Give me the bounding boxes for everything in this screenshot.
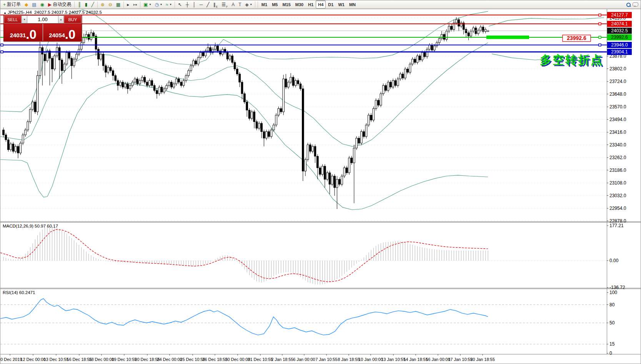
svg-text:100: 100 xyxy=(609,290,617,295)
sell-price-main: 24031 xyxy=(10,32,26,38)
text-label-icon: T xyxy=(238,2,241,7)
autotrade-button-label: 自动交易 xyxy=(53,1,71,8)
svg-text:26 Dec 18:55: 26 Dec 18:55 xyxy=(202,357,227,362)
autotrade-button[interactable]: ▶自动交易 xyxy=(46,0,73,8)
dropdown-arrow-icon[interactable]: ▾ xyxy=(160,3,162,6)
collapse-icon[interactable]: ▲ xyxy=(3,11,7,15)
new-chart-icon: ▣ xyxy=(143,2,148,7)
toolbar-separator xyxy=(255,2,255,8)
text-icon: A xyxy=(231,2,235,7)
vline-button[interactable]: │ xyxy=(191,0,198,8)
toolbar-separator xyxy=(175,2,175,8)
new-chart-button[interactable]: ▣▾ xyxy=(142,0,153,8)
buy-price-button[interactable]: 24054 .0 xyxy=(43,24,82,41)
svg-text:2 Jan 18:55: 2 Jan 18:55 xyxy=(271,357,293,362)
chart-shift-button[interactable]: ↦ xyxy=(131,0,139,8)
new-order-button[interactable]: +新订单 xyxy=(1,0,23,8)
auto-scroll-button[interactable]: ▸ xyxy=(125,0,131,8)
svg-text:8 Jan 18:55: 8 Jan 18:55 xyxy=(338,357,360,362)
volume-input[interactable]: 1.00 xyxy=(27,15,58,23)
line-handle[interactable] xyxy=(599,36,601,38)
signal-icon: ◉ xyxy=(40,2,44,7)
crosshair-button[interactable]: ┼ xyxy=(184,0,191,8)
autotrade-icon: ▶ xyxy=(48,2,52,7)
support-highlight-bar[interactable] xyxy=(486,36,529,39)
svg-text:23946.0: 23946.0 xyxy=(611,42,628,48)
svg-text:24032.5: 24032.5 xyxy=(611,28,628,33)
arrows-icon: ◈ xyxy=(245,2,249,7)
svg-text:80: 80 xyxy=(609,302,615,307)
indicators-button[interactable]: ≈▾ xyxy=(164,0,173,8)
price-tag[interactable]: 23992.6 xyxy=(563,35,591,42)
period-icon: ◷ xyxy=(155,2,159,7)
annotation-text[interactable]: 多空转折点多空转折点 xyxy=(540,53,604,67)
styles-icon: ◆ xyxy=(25,2,28,7)
sell-button[interactable]: SELL xyxy=(4,15,22,23)
crosshair-icon: ┼ xyxy=(186,2,189,7)
icon-subscript: F xyxy=(226,5,228,8)
svg-text:多空转折点: 多空转折点 xyxy=(540,53,603,66)
buy-button[interactable]: BUY xyxy=(64,15,82,23)
candle-chart-button[interactable]: ▮ xyxy=(83,0,90,8)
svg-text:23904.1: 23904.1 xyxy=(611,49,628,55)
signal-button[interactable]: ◉ xyxy=(38,0,46,8)
timeframe-m15-button[interactable]: M15 xyxy=(280,0,293,8)
sell-price-button[interactable]: 24031 .0 xyxy=(4,24,43,41)
volume-down-button[interactable]: ▼ xyxy=(22,15,27,23)
toolbar-separator xyxy=(74,2,75,8)
text-button[interactable]: A xyxy=(230,0,236,8)
hline-icon: ─ xyxy=(200,2,203,7)
line-handle[interactable] xyxy=(1,51,3,53)
timeframe-mn-button[interactable]: MN xyxy=(347,0,358,8)
zoom-out-button[interactable]: ⊖ xyxy=(107,0,114,8)
tile-windows-button[interactable]: ▦ xyxy=(114,0,122,8)
timeframe-m1-button[interactable]: M1 xyxy=(259,0,270,8)
chart-title: ▲JPN225-,H4 24027.5 24037.5 24027.5 2403… xyxy=(3,10,102,15)
line-handle[interactable] xyxy=(599,23,601,25)
line-handle[interactable] xyxy=(599,44,601,46)
line-chart-icon: ╱ xyxy=(91,2,94,7)
trendline-button[interactable]: ╱ xyxy=(205,0,211,8)
timeframe-m5-button[interactable]: M5 xyxy=(270,0,280,8)
sell-price-pips: .0 xyxy=(26,30,37,40)
chart-ohlc: 24027.5 24037.5 24027.5 24032.5 xyxy=(34,10,102,15)
text-label-button[interactable]: T xyxy=(236,0,243,8)
timeframe-d1-button[interactable]: D1 xyxy=(326,0,336,8)
line-chart-button[interactable]: ╱ xyxy=(89,0,96,8)
svg-text:25 Dec 10:55: 25 Dec 10:55 xyxy=(180,357,205,362)
channel-button[interactable]: ∥E xyxy=(211,0,220,8)
hline-button[interactable]: ─ xyxy=(198,0,205,8)
cursor-button[interactable]: ↖ xyxy=(176,0,184,8)
toolbar: +新订单◆▤◉▶自动交易║▮╱⊕⊖▦▸↦▣▾◷▾≈▾↖┼│─╱∥E☰FAT◈▾M… xyxy=(0,0,641,9)
chart-canvas[interactable]: 23992.6多空转折点多空转折点MACD(12,26,9) 50.97 60.… xyxy=(0,0,641,364)
bar-chart-icon: ║ xyxy=(78,2,81,7)
bar-chart-button[interactable]: ║ xyxy=(76,0,83,8)
candle-chart-icon: ▮ xyxy=(85,2,88,7)
svg-text:0.00: 0.00 xyxy=(609,258,619,263)
timeframe-m30-button[interactable]: M30 xyxy=(293,0,306,8)
trendline-icon: ╱ xyxy=(206,2,209,7)
market-watch-button[interactable]: ▤ xyxy=(30,0,38,8)
arrows-button[interactable]: ◈▾ xyxy=(243,0,254,8)
timeframe-w1-button[interactable]: W1 xyxy=(336,0,347,8)
dropdown-arrow-icon[interactable]: ▾ xyxy=(250,3,252,6)
svg-text:0: 0 xyxy=(609,351,612,356)
period-button[interactable]: ◷▾ xyxy=(153,0,164,8)
line-handle[interactable] xyxy=(1,44,3,46)
styles-button[interactable]: ◆ xyxy=(23,0,30,8)
fibonacci-button[interactable]: ☰F xyxy=(220,0,230,8)
zoom-in-button[interactable]: ⊕ xyxy=(99,0,107,8)
line-handle[interactable] xyxy=(599,14,601,16)
timeframe-h1-button[interactable]: H1 xyxy=(306,0,316,8)
chart-symbol: JPN225-,H4 xyxy=(8,10,32,15)
chat-icon[interactable] xyxy=(633,2,638,7)
svg-text:7 Jan 10:55: 7 Jan 10:55 xyxy=(315,357,338,362)
zoom-out-icon: ⊖ xyxy=(108,2,112,7)
dropdown-arrow-icon[interactable]: ▾ xyxy=(150,3,151,6)
dropdown-arrow-icon[interactable]: ▾ xyxy=(170,3,171,6)
search-icon[interactable] xyxy=(626,3,630,7)
timeframe-h4-button[interactable]: H4 xyxy=(316,0,326,8)
volume-up-button[interactable]: ▲ xyxy=(58,15,64,23)
new-order-button-label: 新订单 xyxy=(7,1,21,8)
svg-text:17 Jan 10:55: 17 Jan 10:55 xyxy=(448,357,473,362)
